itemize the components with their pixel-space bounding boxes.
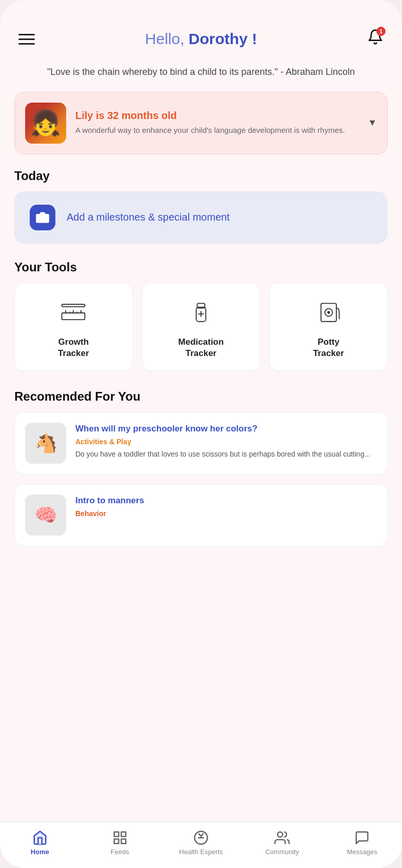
potty-tracker-card[interactable]: PottyTracker bbox=[269, 283, 388, 371]
community-label: Community bbox=[265, 848, 299, 856]
child-avatar bbox=[25, 103, 66, 144]
rec-title-2: Intro to manners bbox=[75, 495, 377, 507]
tools-section-title: Your Tools bbox=[0, 260, 402, 283]
recommended-section-title: Recomended For You bbox=[0, 389, 402, 412]
growth-tracker-card[interactable]: GrowthTracker bbox=[14, 283, 133, 371]
health-experts-label: Health Experts bbox=[179, 848, 223, 856]
svg-point-0 bbox=[40, 215, 45, 220]
menu-button[interactable] bbox=[18, 34, 35, 45]
child-card[interactable]: Lily is 32 months old A wonderful way to… bbox=[14, 92, 388, 154]
greeting-title: Hello, Dorothy ! bbox=[145, 30, 257, 48]
rec-thumb-1: 🐴 bbox=[25, 423, 66, 464]
svg-point-20 bbox=[278, 832, 283, 837]
nav-home[interactable]: Home bbox=[19, 830, 61, 856]
growth-tracker-icon bbox=[58, 298, 89, 328]
medication-tracker-label: MedicationTracker bbox=[178, 337, 224, 359]
svg-rect-2 bbox=[62, 313, 85, 320]
quote-section: "Love is the chain whereby to bind a chi… bbox=[0, 60, 402, 92]
phone-container: Hello, Dorothy ! 1 "Love is the chain wh… bbox=[0, 0, 402, 868]
medication-tracker-icon bbox=[186, 298, 216, 328]
child-age-label: Lily is 32 months old bbox=[75, 110, 358, 122]
rec-content-1: When will my preschooler know her colors… bbox=[75, 423, 377, 460]
child-info: Lily is 32 months old A wonderful way to… bbox=[75, 110, 358, 136]
rec-content-2: Intro to manners Behavior bbox=[75, 495, 377, 521]
quote-author: - Abraham Lincoln bbox=[278, 67, 355, 77]
community-icon bbox=[274, 830, 290, 845]
rec-card-1[interactable]: 🐴 When will my preschooler know her colo… bbox=[14, 412, 388, 475]
rec-thumb-2: 🧠 bbox=[25, 495, 66, 536]
user-name: Dorothy ! bbox=[189, 30, 257, 47]
svg-point-14 bbox=[328, 311, 330, 313]
camera-icon bbox=[30, 205, 55, 230]
rec-title-1: When will my preschooler know her colors… bbox=[75, 423, 377, 435]
notification-badge: 1 bbox=[376, 27, 386, 36]
rec-category-2: Behavior bbox=[75, 509, 377, 518]
header: Hello, Dorothy ! 1 bbox=[0, 0, 402, 60]
potty-tracker-icon bbox=[313, 298, 344, 328]
rec-excerpt-1: Do you have a toddler that loves to use … bbox=[75, 449, 377, 460]
nav-health-experts[interactable]: Health Experts bbox=[179, 830, 223, 856]
svg-rect-1 bbox=[62, 304, 85, 307]
potty-tracker-label: PottyTracker bbox=[313, 337, 344, 359]
svg-rect-17 bbox=[114, 839, 118, 844]
scroll-area: Hello, Dorothy ! 1 "Love is the chain wh… bbox=[0, 0, 402, 868]
tools-grid: GrowthTracker MedicationTracker bbox=[14, 283, 388, 371]
quote-text: "Love is the chain whereby to bind a chi… bbox=[47, 67, 278, 77]
home-icon bbox=[32, 830, 48, 845]
bottom-navigation: Home Feeds bbox=[0, 822, 402, 868]
greeting-text: Hello, bbox=[145, 30, 189, 47]
feeds-icon bbox=[112, 830, 128, 845]
growth-tracker-label: GrowthTracker bbox=[58, 337, 89, 359]
rec-card-2[interactable]: 🧠 Intro to manners Behavior bbox=[14, 484, 388, 546]
nav-community[interactable]: Community bbox=[262, 830, 303, 856]
milestone-label: Add a milestones & special moment bbox=[67, 211, 230, 223]
medication-tracker-card[interactable]: MedicationTracker bbox=[142, 283, 260, 371]
notification-bell[interactable]: 1 bbox=[367, 29, 384, 49]
nav-feeds[interactable]: Feeds bbox=[99, 830, 140, 856]
svg-rect-15 bbox=[114, 832, 118, 837]
home-label: Home bbox=[31, 848, 49, 856]
child-description: A wonderful way to enhance your child's … bbox=[75, 125, 358, 136]
rec-category-1: Activities & Play bbox=[75, 438, 377, 446]
feeds-label: Feeds bbox=[111, 848, 129, 856]
today-section-title: Today bbox=[0, 169, 402, 191]
svg-rect-16 bbox=[121, 832, 126, 837]
chevron-down-icon: ▼ bbox=[368, 117, 377, 128]
health-experts-icon bbox=[193, 830, 209, 845]
svg-rect-18 bbox=[121, 839, 126, 844]
nav-messages[interactable]: Messages bbox=[341, 830, 383, 856]
messages-icon bbox=[354, 830, 370, 845]
messages-label: Messages bbox=[347, 848, 377, 856]
add-milestone-button[interactable]: Add a milestones & special moment bbox=[14, 191, 388, 244]
